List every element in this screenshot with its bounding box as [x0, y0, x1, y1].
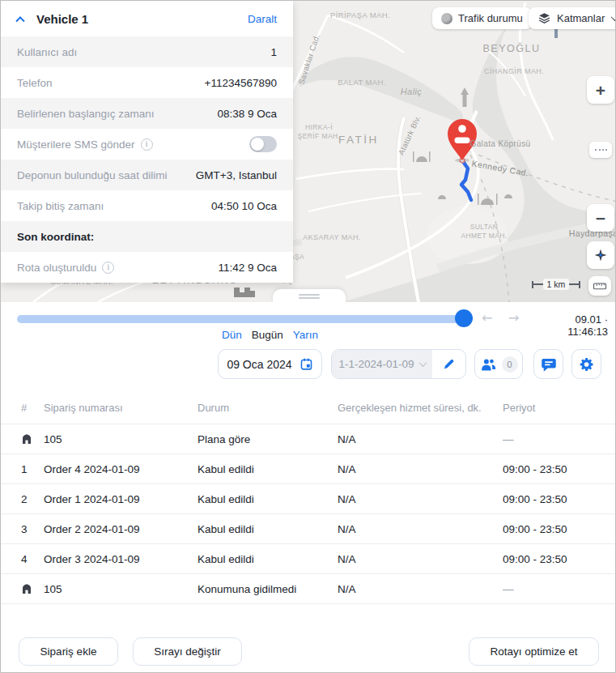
optimize-route-button[interactable]: Rotayı optimize et	[469, 637, 599, 666]
order-row[interactable]: 1 Order 4 2024-01-09 Kabul edildi N/A 09…	[1, 454, 616, 483]
zoom-slider-handle[interactable]	[589, 142, 612, 158]
order-number: 105	[44, 583, 198, 595]
collapse-caret-icon[interactable]	[15, 16, 24, 25]
layers-button[interactable]: Katmanlar	[529, 7, 616, 29]
layers-icon	[537, 11, 551, 25]
panel-row-label: Müşterilere SMS gönder	[17, 138, 135, 151]
order-status: Konumuna gidilmedi	[198, 583, 338, 595]
order-duration: N/A	[338, 463, 503, 475]
traffic-button[interactable]: Trafik durumu	[432, 7, 532, 29]
order-row[interactable]: 105 Konumuna gidilmedi N/A —	[1, 573, 616, 603]
col-period: Periyot	[503, 402, 616, 414]
today-label[interactable]: Bugün	[252, 329, 283, 341]
timeline-thumb[interactable]	[455, 309, 473, 327]
order-row[interactable]: 105 Plana göre N/A —	[1, 424, 616, 454]
yesterday-link[interactable]: Dün	[222, 329, 242, 341]
settings-button[interactable]	[571, 349, 601, 379]
panel-row-label: Belirlenen başlangıç zamanı	[17, 108, 155, 120]
route-select[interactable]: 1-1-2024-01-09	[332, 350, 432, 378]
map-scale: 1 km	[532, 279, 580, 290]
orders-table-header: # Sipariş numarası Durum Gerçekleşen hiz…	[1, 391, 616, 424]
step-forward-arrow[interactable]: →	[508, 311, 519, 326]
vehicle-title: Vehicle 1	[36, 12, 248, 26]
depot-icon	[21, 433, 32, 445]
timeline-track[interactable]	[17, 315, 472, 323]
zoom-out-button[interactable]: −	[587, 204, 614, 232]
sms-toggle[interactable]	[249, 136, 277, 152]
date-value: 09 Oca 2024	[227, 358, 291, 371]
col-order-number: Sipariş numarası	[44, 402, 198, 414]
minus-icon: −	[596, 210, 605, 227]
route-select-value: 1-1-2024-01-09	[338, 358, 414, 370]
ruler-button[interactable]	[588, 276, 611, 296]
zoom-in-button[interactable]: +	[587, 76, 614, 104]
col-status: Durum	[198, 402, 338, 414]
panel-row-value: 11:42 9 Oca	[218, 262, 277, 274]
info-icon[interactable]	[141, 138, 153, 151]
order-status: Kabul edildi	[198, 493, 338, 505]
traffic-light-icon	[441, 13, 452, 24]
panel-row-label: Kullanıcı adı	[17, 46, 77, 58]
zeytinburnu-landmark-icon	[234, 288, 255, 297]
locate-button[interactable]	[587, 241, 614, 269]
order-index: 4	[21, 553, 28, 565]
traffic-button-label: Trafik durumu	[458, 12, 523, 24]
layers-button-label: Katmanlar	[557, 12, 605, 24]
panel-row: Rota oluşturuldu 11:42 9 Oca	[1, 252, 293, 283]
gear-icon	[579, 356, 595, 373]
day-links: Dün Bugün Yarın	[222, 329, 318, 341]
order-number: Order 3 2024-01-09	[44, 553, 198, 565]
tomorrow-link[interactable]: Yarın	[293, 329, 318, 341]
couriers-button[interactable]: 0	[474, 349, 523, 379]
panel-row: Deponun bulunduğu saat dilimi GMT+3, Ist…	[1, 160, 293, 190]
order-status: Kabul edildi	[198, 523, 338, 535]
pencil-icon	[442, 357, 456, 371]
edit-route-button[interactable]	[432, 350, 465, 378]
order-period: 09:00 - 23:50	[503, 493, 616, 505]
panel-row: Kullanıcı adı 1	[1, 36, 293, 67]
order-status: Kabul edildi	[198, 463, 338, 475]
panel-row: Telefon +11234567890	[1, 67, 293, 98]
order-number: 105	[44, 433, 198, 445]
order-index: 2	[21, 493, 28, 505]
order-period: 09:00 - 23:50	[503, 553, 616, 565]
info-icon[interactable]	[102, 262, 114, 274]
order-number: Order 4 2024-01-09	[44, 463, 198, 475]
orders-table: # Sipariş numarası Durum Gerçekleşen hiz…	[1, 391, 616, 604]
scale-label: 1 km	[543, 279, 570, 290]
order-duration: N/A	[338, 433, 503, 445]
vehicle-panel: Vehicle 1 Daralt Kullanıcı adı 1 Telefon…	[1, 1, 293, 283]
plus-icon: +	[596, 82, 605, 99]
panel-row: Müşterilere SMS gönder	[1, 129, 293, 160]
panel-row-label: Rota oluşturuldu	[17, 262, 96, 274]
locate-icon	[593, 247, 609, 263]
chat-button[interactable]	[533, 349, 563, 379]
order-period: —	[503, 583, 616, 595]
add-order-button[interactable]: Sipariş ekle	[19, 637, 118, 666]
order-period: 09:00 - 23:50	[503, 523, 616, 535]
order-index: 3	[21, 523, 28, 535]
order-row[interactable]: 3 Order 2 2024-01-09 Kabul edildi N/A 09…	[1, 513, 616, 543]
depot-icon	[21, 583, 32, 594]
route-select-group: 1-1-2024-01-09	[331, 349, 466, 379]
date-picker-button[interactable]: 09 Oca 2024	[218, 349, 322, 379]
panel-row: Belirlenen başlangıç zamanı 08:38 9 Oca	[1, 98, 293, 129]
step-back-arrow[interactable]: ←	[482, 311, 492, 326]
bottom-sheet: ← → 09.01 · 11:46:13 Dün Bugün Yarın 09 …	[1, 302, 616, 673]
change-order-button[interactable]: Sırayı değiştir	[133, 637, 242, 666]
order-row[interactable]: 4 Order 3 2024-01-09 Kabul edildi N/A 09…	[1, 543, 616, 573]
panel-row-label: Deponun bulunduğu saat dilimi	[17, 169, 167, 181]
order-number: Order 2 2024-01-09	[44, 523, 198, 535]
panel-row-value: GMT+3, Istanbul	[196, 169, 277, 181]
panel-row-value: 08:38 9 Oca	[217, 108, 277, 120]
order-status: Kabul edildi	[198, 553, 338, 565]
order-index: 1	[21, 463, 28, 475]
order-row[interactable]: 2 Order 1 2024-01-09 Kabul edildi N/A 09…	[1, 483, 616, 513]
order-duration: N/A	[338, 523, 503, 535]
order-number: Order 1 2024-01-09	[44, 493, 198, 505]
col-num: #	[21, 402, 44, 414]
panel-row-value: 1	[270, 46, 277, 58]
panel-row-value: 04:50 10 Oca	[211, 200, 277, 212]
collapse-link[interactable]: Daralt	[248, 13, 277, 25]
panel-row: Takip bitiş zamanı 04:50 10 Oca	[1, 190, 293, 221]
